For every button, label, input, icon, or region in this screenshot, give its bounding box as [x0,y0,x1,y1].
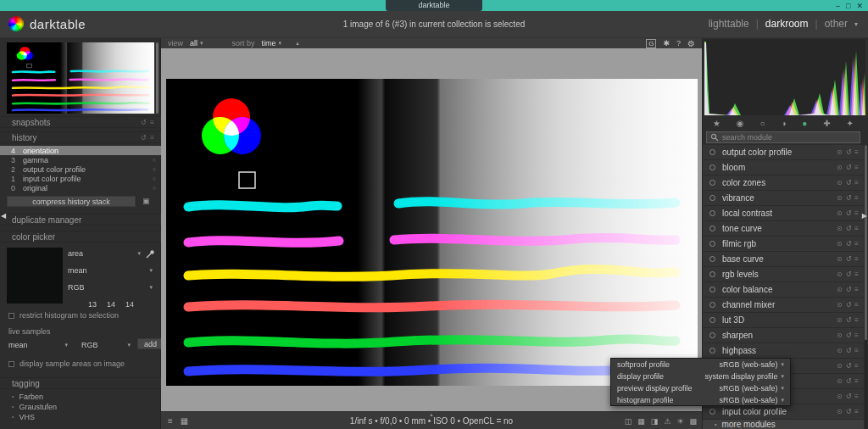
module-power-icon[interactable] [709,332,715,338]
grouping-icon[interactable]: G [646,39,656,48]
reset-icon[interactable]: ↺ [846,316,852,324]
presets-icon[interactable]: ≡ [854,286,859,293]
module-power-icon[interactable] [709,180,715,186]
presets-icon[interactable]: ≡ [854,148,859,156]
module-row[interactable]: bloom⊙↺≡ [703,160,864,176]
view-darkroom[interactable]: darkroom [765,18,809,30]
picker-space-dropdown[interactable]: RGB ▾ [68,283,153,292]
section-tagging[interactable]: tagging [0,377,161,389]
presets-icon[interactable]: ≡ [854,301,859,309]
chevron-down-icon[interactable]: ▾ [854,20,858,28]
reset-icon[interactable]: ↺ [846,408,852,415]
sort-dropdown[interactable]: time [262,39,276,47]
presets-icon[interactable]: ≡ [854,393,859,400]
presets-icon[interactable]: ≡ [854,225,859,232]
history-item[interactable]: 0 original ○ [0,183,161,192]
reset-icon[interactable]: ↺ [846,194,852,202]
presets-icon[interactable]: ≡ [854,362,859,370]
instance-icon[interactable]: ⊙ [837,179,843,187]
history-item[interactable]: 1 input color profile ○ [0,174,161,183]
module-power-icon[interactable] [709,195,715,201]
module-row[interactable]: color zones⊙↺≡ [703,176,864,191]
edited-image[interactable] [166,79,698,386]
module-power-icon[interactable] [709,409,715,415]
presets-icon[interactable]: ≡ [854,164,859,171]
module-row[interactable]: sharpen⊙↺≡ [703,328,864,343]
softproof-icon[interactable]: ◨ [651,417,659,426]
reset-icon[interactable]: ↺ [846,270,852,278]
instance-icon[interactable]: ⊙ [837,301,843,309]
presets-icon[interactable]: ≡ [854,408,859,415]
presets-icon[interactable]: ≡ [854,240,859,248]
section-history[interactable]: history ↺ ≡ [0,131,161,143]
collapse-top-panel-icon[interactable]: ▲ [295,41,300,46]
instance-icon[interactable]: ⊙ [837,286,843,293]
module-power-icon[interactable] [709,241,715,247]
module-power-icon[interactable] [709,256,715,262]
reset-icon[interactable]: ↺ [141,119,147,126]
module-row[interactable]: channel mixer⊙↺≡ [703,298,864,313]
module-search[interactable] [706,131,860,143]
reset-icon[interactable]: ↺ [846,148,852,156]
instance-icon[interactable]: ⊙ [837,393,843,400]
second-window-icon[interactable]: ◫ [625,417,632,426]
history-item[interactable]: 2 output color profile ○ [0,164,161,174]
module-row[interactable]: input color profile⊙↺≡ [703,404,864,420]
add-sample-button[interactable]: add [137,338,164,349]
reset-icon[interactable]: ↺ [846,332,852,339]
instance-icon[interactable]: ⊙ [837,362,843,370]
module-row[interactable]: lut 3D⊙↺≡ [703,313,864,328]
section-duplicate-manager[interactable]: duplicate manager [0,214,161,226]
window-close-button[interactable]: ✕ [856,2,863,10]
more-modules-button[interactable]: • more modules [703,420,864,429]
reset-icon[interactable]: ↺ [846,286,852,293]
module-power-icon[interactable] [709,302,715,308]
instance-icon[interactable]: ⊙ [837,164,843,171]
sample-space-dropdown[interactable]: RGB ▾ [81,341,131,349]
picker-stat-dropdown[interactable]: mean ▾ [68,266,153,275]
presets-icon[interactable]: ≡ [150,119,154,126]
module-power-icon[interactable] [709,287,715,292]
guides-icon[interactable]: ▦ [637,417,645,426]
reset-icon[interactable]: ↺ [846,362,852,370]
module-row[interactable]: tone curve⊙↺≡ [703,221,864,237]
instance-icon[interactable]: ⊙ [837,270,843,278]
reset-icon[interactable]: ↺ [846,225,852,232]
overexposed-icon[interactable]: ☀ [676,417,683,426]
collapse-left-panel-icon[interactable]: ◀ [1,212,6,220]
help-icon[interactable]: ? [676,39,681,47]
window-maximize-button[interactable]: □ [846,2,850,10]
history-item[interactable]: 4 orientation ○ [0,146,161,155]
module-row[interactable]: vibrance⊙↺≡ [703,191,864,206]
overlays-icon[interactable]: ✱ [663,39,670,47]
module-power-icon[interactable] [709,149,715,155]
instance-icon[interactable]: ⊙ [837,240,843,248]
display-samples-checkbox[interactable]: display sample areas on image [8,359,125,368]
chevron-down-icon[interactable]: ▾ [200,40,203,47]
presets-icon[interactable]: ≡ [854,316,859,324]
preview-display-profile-row[interactable]: preview display profile sRGB (web-safe)▾ [611,382,790,394]
module-power-icon[interactable] [709,317,715,323]
navigation-thumbnail[interactable] [7,42,154,114]
module-row[interactable]: local contrast⊙↺≡ [703,206,864,221]
gamut-check-icon[interactable]: ⚠ [664,417,670,426]
module-power-icon[interactable] [709,271,715,277]
presets-icon[interactable]: ≡ [854,255,859,263]
presets-icon[interactable]: ≡ [854,270,859,278]
basic-group-icon[interactable]: ○ [760,119,765,128]
presets-icon[interactable]: ≡ [854,179,859,187]
instance-icon[interactable]: ⊙ [837,225,843,232]
chevron-down-icon[interactable]: ▾ [279,40,282,47]
reset-icon[interactable]: ↺ [846,209,852,217]
instance-icon[interactable]: ⊙ [837,148,843,156]
module-power-icon[interactable] [709,210,715,216]
module-row[interactable]: color balance⊙↺≡ [703,282,864,298]
reset-icon[interactable]: ↺ [141,134,147,142]
compress-history-button[interactable]: compress history stack [7,196,136,207]
view-lighttable[interactable]: lighttable [709,18,749,30]
favorites-group-icon[interactable]: ★ [713,119,721,128]
view-filter-dropdown[interactable]: all [190,39,198,47]
instance-icon[interactable]: ⊙ [837,408,843,415]
history-item[interactable]: 3 gamma ○ [0,155,161,164]
module-row[interactable]: highpass⊙↺≡ [703,343,864,359]
